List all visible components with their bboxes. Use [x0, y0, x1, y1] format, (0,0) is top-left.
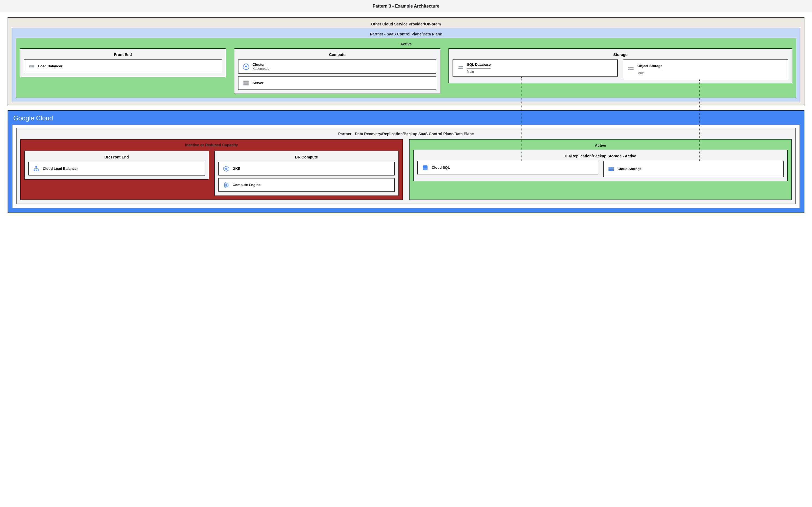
cloud-lb-label: Cloud Load Balancer [43, 167, 78, 171]
object-storage-label: Object Storage [638, 64, 662, 68]
server-item: Server [238, 76, 436, 90]
object-storage-icon [627, 65, 635, 73]
partner-dr-box: Partner - Data Recovery/Replication/Back… [16, 128, 796, 204]
cloud-sql-item: Cloud SQL [417, 161, 598, 174]
svg-rect-17 [36, 166, 37, 167]
compute-engine-item: Compute Engine [218, 178, 395, 192]
load-balancer-icon [28, 62, 36, 70]
dr-compute-title: DR Compute [218, 154, 395, 162]
kubernetes-item: ClusterKubernetes [238, 59, 436, 73]
object-storage-item: Object Storage Main [623, 59, 788, 79]
inactive-title: Inactive or Reduced Capacity [24, 141, 399, 150]
cloud-storage-item: Cloud Storage [603, 161, 784, 177]
partner-saas-box: Partner - SaaS Control Plane/Data Plane … [12, 28, 800, 102]
storage-panel: Storage SQL Database Main [449, 48, 792, 83]
svg-point-5 [245, 66, 247, 68]
gke-label: GKE [233, 167, 240, 171]
svg-rect-8 [243, 84, 249, 85]
compute-title: Compute [238, 51, 436, 59]
svg-point-16 [629, 69, 629, 70]
dr-frontend-panel: DR Front End Cloud Load Balancer [24, 151, 209, 179]
active-title-bottom: Active [413, 141, 788, 149]
dr-storage-title: DR/Replication/Backup Storage - Active [417, 153, 783, 161]
database-icon [457, 64, 464, 72]
object-storage-sub: Main [638, 70, 662, 75]
google-cloud-box: Google Cloud Partner - Data Recovery/Rep… [8, 110, 804, 213]
dr-frontend-title: DR Front End [29, 154, 205, 162]
cloud-storage-icon [607, 165, 615, 173]
cloud-sql-label: Cloud SQL [432, 166, 450, 170]
svg-point-1 [30, 66, 31, 66]
svg-marker-26 [225, 168, 227, 170]
gke-item: GKE [218, 162, 395, 175]
server-label: Server [253, 81, 263, 85]
gke-icon [222, 165, 230, 172]
dr-storage-panel: DR/Replication/Backup Storage - Active C… [413, 150, 788, 181]
other-cloud-box: Other Cloud Service Provider/On-prem Par… [8, 17, 804, 106]
partner-dr-title: Partner - Data Recovery/Replication/Back… [20, 129, 792, 137]
active-box-bottom: Active DR/Replication/Backup Storage - A… [409, 139, 792, 200]
svg-rect-7 [243, 82, 249, 83]
compute-engine-label: Compute Engine [233, 183, 261, 187]
svg-point-2 [31, 66, 32, 66]
sql-db-sub: Main [467, 68, 491, 73]
google-cloud-logo: Google Cloud [12, 113, 800, 125]
cloud-storage-label: Cloud Storage [618, 167, 642, 171]
diagram-title: Pattern 3 - Example Architecture [0, 0, 812, 12]
svg-point-15 [629, 68, 629, 68]
svg-rect-20 [38, 170, 39, 171]
active-title-top: Active [20, 40, 792, 47]
dr-compute-panel: DR Compute GKE [214, 151, 399, 196]
sql-db-item: SQL Database Main [453, 59, 618, 76]
cloud-lb-item: Cloud Load Balancer [29, 162, 205, 175]
compute-engine-icon [222, 181, 230, 189]
active-box-top: Active Front End Load Balancer [16, 38, 796, 98]
cloud-sql-icon [421, 164, 429, 171]
frontend-title: Front End [24, 51, 222, 59]
svg-rect-18 [34, 170, 35, 171]
kubernetes-label: ClusterKubernetes [253, 62, 269, 70]
svg-point-11 [458, 66, 459, 67]
svg-rect-6 [243, 80, 249, 82]
svg-rect-28 [225, 184, 227, 186]
svg-point-41 [612, 170, 613, 170]
sql-db-label: SQL Database [467, 62, 491, 67]
svg-point-12 [458, 68, 459, 68]
svg-point-40 [612, 168, 613, 168]
inactive-box: Inactive or Reduced Capacity DR Front En… [20, 139, 403, 200]
storage-title: Storage [453, 51, 788, 59]
load-balancer-item: Load Balancer [24, 59, 222, 73]
cloud-lb-icon [33, 165, 40, 172]
server-icon [242, 79, 250, 87]
gc-inner-box: Partner - Data Recovery/Replication/Back… [12, 125, 800, 208]
compute-panel: Compute ClusterKubernetes [234, 48, 440, 94]
diagram-container: Other Cloud Service Provider/On-prem Par… [0, 17, 812, 220]
svg-point-3 [32, 66, 32, 66]
other-cloud-title: Other Cloud Service Provider/On-prem [12, 20, 800, 27]
load-balancer-label: Load Balancer [38, 64, 62, 68]
partner-saas-title: Partner - SaaS Control Plane/Data Plane [16, 30, 796, 37]
svg-rect-19 [36, 170, 37, 171]
frontend-panel: Front End Load Balancer [20, 48, 226, 77]
kubernetes-icon [242, 63, 250, 70]
